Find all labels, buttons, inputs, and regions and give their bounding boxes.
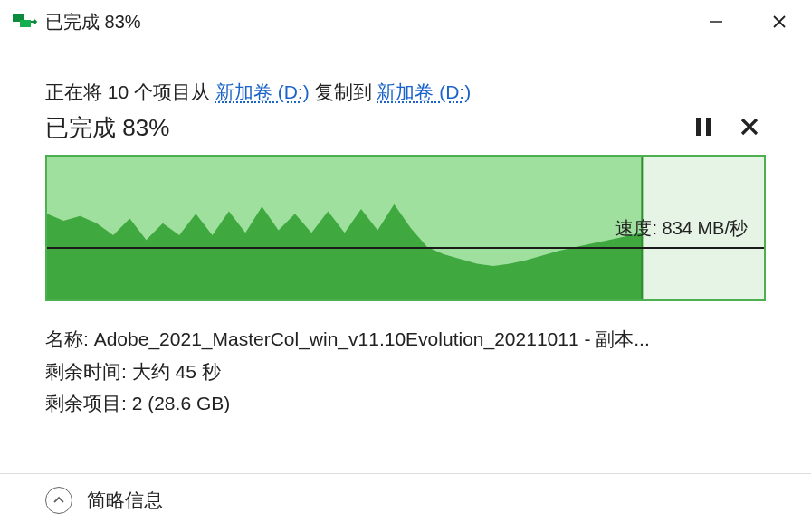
items-remaining: 2 (28.6 GB) [132, 393, 231, 413]
time-remaining: 大约 45 秒 [132, 361, 221, 382]
titlebar-text: 已完成 83% [45, 10, 684, 34]
pause-button[interactable] [695, 116, 711, 141]
cancel-button[interactable] [740, 118, 759, 139]
file-name: Adobe_2021_MasterCol_win_v11.10Evolution… [94, 328, 650, 349]
dest-link[interactable]: 新加卷 (D:) [377, 81, 471, 102]
close-button[interactable] [748, 0, 811, 43]
collapse-toggle[interactable] [45, 487, 72, 514]
svg-rect-1 [20, 20, 31, 27]
copy-description: 正在将 10 个项目从 新加卷 (D:) 复制到 新加卷 (D:) [45, 80, 766, 105]
copy-progress-icon [13, 13, 38, 31]
titlebar: 已完成 83% [0, 0, 811, 43]
speed-label: 速度: 834 MB/秒 [615, 216, 748, 241]
speed-indicator-line [47, 247, 764, 249]
progress-text: 已完成 83% [45, 112, 169, 144]
transfer-details: 名称: Adobe_2021_MasterCol_win_v11.10Evolu… [45, 323, 766, 420]
svg-rect-6 [706, 118, 711, 136]
speed-chart: 速度: 834 MB/秒 [45, 155, 766, 301]
source-link[interactable]: 新加卷 (D:) [215, 81, 310, 102]
minimize-button[interactable] [684, 0, 748, 43]
collapse-label[interactable]: 简略信息 [87, 488, 163, 513]
svg-rect-5 [696, 118, 701, 136]
